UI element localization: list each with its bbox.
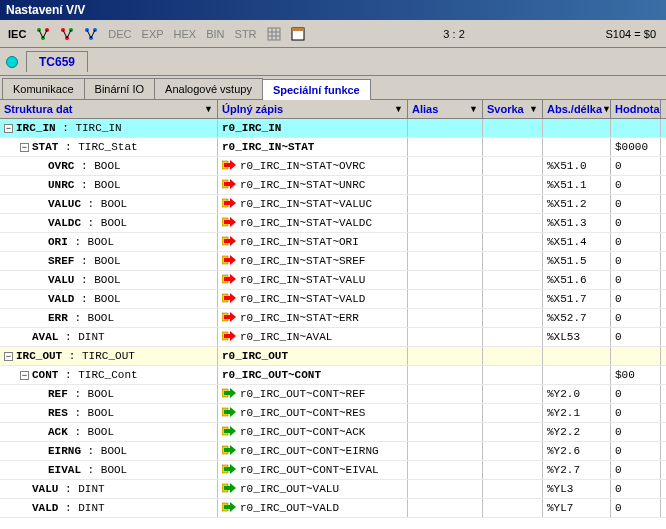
col-svorka[interactable]: Svorka▼: [483, 100, 543, 118]
cell-struktura: VALDC : BOOL: [0, 214, 218, 232]
device-tab[interactable]: TC659: [26, 51, 88, 72]
cell-zapis: r0_IRC_IN~STAT~VALUC: [218, 195, 408, 213]
output-arrow-icon: [222, 406, 238, 420]
cell-svorka: [483, 328, 543, 346]
dec-button[interactable]: DEC: [104, 28, 135, 40]
window-icon[interactable]: [287, 23, 309, 45]
cell-abs: %Y2.6: [543, 442, 611, 460]
status-display: S104 = $0: [600, 28, 662, 40]
cell-struktura: VALU : BOOL: [0, 271, 218, 289]
cell-hodnota: 0: [611, 480, 661, 498]
cell-zapis: r0_IRC_IN~STAT~VALU: [218, 271, 408, 289]
table-row[interactable]: −STAT : TIRC_Stat r0_IRC_IN~STAT$0000: [0, 138, 666, 157]
table-row[interactable]: −IRC_IN : TIRC_IN r0_IRC_IN: [0, 119, 666, 138]
cell-zapis: r0_IRC_OUT~CONT~EIRNG: [218, 442, 408, 460]
input-arrow-icon: [222, 292, 238, 306]
table-row[interactable]: RES : BOOL r0_IRC_OUT~CONT~RES%Y2.10: [0, 404, 666, 423]
table-row[interactable]: −CONT : TIRC_Cont r0_IRC_OUT~CONT$00: [0, 366, 666, 385]
exp-button[interactable]: EXP: [138, 28, 168, 40]
col-zapis[interactable]: Úplný zápis▼: [218, 100, 408, 118]
cell-svorka: [483, 404, 543, 422]
cell-hodnota: $0000: [611, 138, 661, 156]
tab-binarni-io[interactable]: Binární IO: [84, 78, 156, 99]
cell-zapis: r0_IRC_IN~STAT~OVRC: [218, 157, 408, 175]
tree-toggle[interactable]: −: [4, 352, 13, 361]
input-arrow-icon: [222, 197, 238, 211]
cell-zapis: r0_IRC_OUT~CONT: [218, 366, 408, 384]
network-icon-3[interactable]: [80, 23, 102, 45]
table-row[interactable]: EIRNG : BOOL r0_IRC_OUT~CONT~EIRNG%Y2.60: [0, 442, 666, 461]
table-row[interactable]: AVAL : DINT r0_IRC_IN~AVAL%XL530: [0, 328, 666, 347]
cell-abs: %YL3: [543, 480, 611, 498]
cell-zapis: r0_IRC_IN~STAT~VALDC: [218, 214, 408, 232]
cell-abs: [543, 347, 611, 365]
table-row[interactable]: EIVAL : BOOL r0_IRC_OUT~CONT~EIVAL%Y2.70: [0, 461, 666, 480]
svg-rect-15: [292, 28, 304, 31]
cell-hodnota: 0: [611, 233, 661, 251]
col-struktura[interactable]: Struktura dat▼: [0, 100, 218, 118]
toolbar: IEC DEC EXP HEX BIN STR 3 : 2 S104 = $0: [0, 20, 666, 48]
str-button[interactable]: STR: [231, 28, 261, 40]
cell-hodnota: 0: [611, 271, 661, 289]
cell-abs: [543, 366, 611, 384]
data-grid[interactable]: Struktura dat▼ Úplný zápis▼ Alias▼ Svork…: [0, 100, 666, 529]
table-row[interactable]: ACK : BOOL r0_IRC_OUT~CONT~ACK%Y2.20: [0, 423, 666, 442]
tree-toggle[interactable]: −: [20, 143, 29, 152]
device-led-icon: [6, 56, 18, 68]
cell-alias: [408, 138, 483, 156]
table-row[interactable]: VALU : DINT r0_IRC_OUT~VALU%YL30: [0, 480, 666, 499]
cell-struktura: −CONT : TIRC_Cont: [0, 366, 218, 384]
output-arrow-icon: [222, 444, 238, 458]
cell-abs: %X52.7: [543, 309, 611, 327]
cell-hodnota: 0: [611, 385, 661, 403]
grid-icon[interactable]: [263, 23, 285, 45]
tree-toggle[interactable]: −: [20, 371, 29, 380]
table-row[interactable]: UNRC : BOOL r0_IRC_IN~STAT~UNRC%X51.10: [0, 176, 666, 195]
device-row: TC659: [0, 48, 666, 76]
table-row[interactable]: −IRC_OUT : TIRC_OUT r0_IRC_OUT: [0, 347, 666, 366]
cell-abs: %Y2.2: [543, 423, 611, 441]
cell-svorka: [483, 309, 543, 327]
cell-zapis: r0_IRC_IN~STAT~ERR: [218, 309, 408, 327]
tab-komunikace[interactable]: Komunikace: [2, 78, 85, 99]
cell-zapis: r0_IRC_OUT~CONT~RES: [218, 404, 408, 422]
col-hodnota[interactable]: Hodnota: [611, 100, 661, 118]
cell-hodnota: 0: [611, 195, 661, 213]
table-row[interactable]: OVRC : BOOL r0_IRC_IN~STAT~OVRC%X51.00: [0, 157, 666, 176]
cell-alias: [408, 480, 483, 498]
table-row[interactable]: VALU : BOOL r0_IRC_IN~STAT~VALU%X51.60: [0, 271, 666, 290]
table-row[interactable]: VALUC : BOOL r0_IRC_IN~STAT~VALUC%X51.20: [0, 195, 666, 214]
cell-abs: %X51.2: [543, 195, 611, 213]
cell-alias: [408, 214, 483, 232]
input-arrow-icon: [222, 311, 238, 325]
cell-alias: [408, 252, 483, 270]
network-icon-1[interactable]: [32, 23, 54, 45]
cell-svorka: [483, 442, 543, 460]
input-arrow-icon: [222, 216, 238, 230]
tree-toggle[interactable]: −: [4, 124, 13, 133]
cell-hodnota: 0: [611, 290, 661, 308]
iec-button[interactable]: IEC: [4, 28, 30, 40]
cell-alias: [408, 157, 483, 175]
cell-alias: [408, 499, 483, 517]
table-row[interactable]: VALD : DINT r0_IRC_OUT~VALD%YL70: [0, 499, 666, 518]
table-row[interactable]: VALD : BOOL r0_IRC_IN~STAT~VALD%X51.70: [0, 290, 666, 309]
tab-specialni-funkce[interactable]: Speciální funkce: [262, 79, 371, 100]
table-row[interactable]: SREF : BOOL r0_IRC_IN~STAT~SREF%X51.50: [0, 252, 666, 271]
col-alias[interactable]: Alias▼: [408, 100, 483, 118]
tab-analogove-vstupy[interactable]: Analogové vstupy: [154, 78, 263, 99]
table-row[interactable]: VALDC : BOOL r0_IRC_IN~STAT~VALDC%X51.30: [0, 214, 666, 233]
table-row[interactable]: REF : BOOL r0_IRC_OUT~CONT~REF%Y2.00: [0, 385, 666, 404]
cell-svorka: [483, 138, 543, 156]
hex-button[interactable]: HEX: [170, 28, 201, 40]
col-abs[interactable]: Abs./délka▼: [543, 100, 611, 118]
cell-struktura: SREF : BOOL: [0, 252, 218, 270]
cell-svorka: [483, 271, 543, 289]
cell-abs: %Y2.0: [543, 385, 611, 403]
network-icon-2[interactable]: [56, 23, 78, 45]
table-row[interactable]: ORI : BOOL r0_IRC_IN~STAT~ORI%X51.40: [0, 233, 666, 252]
table-row[interactable]: ERR : BOOL r0_IRC_IN~STAT~ERR%X52.70: [0, 309, 666, 328]
cell-hodnota: 0: [611, 423, 661, 441]
bin-button[interactable]: BIN: [202, 28, 228, 40]
cell-svorka: [483, 480, 543, 498]
